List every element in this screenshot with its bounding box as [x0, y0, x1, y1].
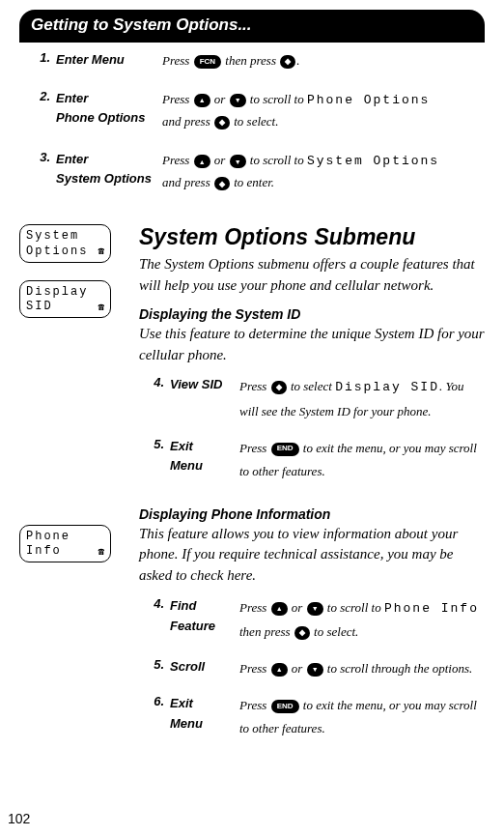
lcd-text: Display SID: [335, 380, 439, 394]
down-key-icon: [307, 663, 323, 677]
step-description: Press or to scroll through the options.: [239, 657, 485, 680]
step-number: 1.: [33, 50, 50, 72]
text: or: [211, 153, 229, 167]
step-row: 3. Enter System Options Press or to scro…: [33, 150, 471, 193]
text: Press: [239, 600, 270, 615]
text: to scroll through the options.: [324, 661, 473, 676]
lcd-text: Phone Info: [384, 601, 479, 616]
text: Feature: [170, 619, 215, 633]
text: to scroll to: [247, 92, 307, 106]
down-key-icon: [230, 155, 246, 168]
select-key-icon: [271, 381, 287, 394]
select-key-icon: [294, 626, 310, 640]
step-label: View SID: [170, 375, 239, 422]
text: or: [289, 661, 306, 676]
step-row: 4. Find Feature Press or to scroll to Ph…: [145, 596, 485, 644]
lcd-line: SID: [26, 300, 104, 315]
text: to select: [288, 379, 335, 393]
procedure-panel: 1. Enter Menu Press FCN then press . 2. …: [19, 43, 485, 207]
text: Phone Options: [56, 110, 145, 125]
phone-icon: ☎: [98, 301, 104, 314]
text: to select.: [231, 114, 278, 129]
step-description: Press FCN then press .: [162, 50, 471, 72]
text: then press: [222, 53, 279, 68]
step-description: Press or to scroll to Phone Info then pr…: [239, 596, 485, 644]
lcd-line: Info: [26, 544, 104, 560]
step-list: 4. Find Feature Press or to scroll to Ph…: [139, 596, 485, 740]
text: Menu: [170, 716, 203, 731]
lcd-line: Display: [26, 285, 104, 301]
step-row: 2. Enter Phone Options Press or to scrol…: [33, 89, 471, 132]
step-number: 5.: [145, 437, 164, 483]
up-key-icon: [194, 94, 210, 107]
text: Press: [239, 441, 270, 455]
step-row: 5. Scroll Press or to scroll through the…: [145, 657, 485, 680]
text: Press: [162, 92, 193, 106]
text: System Options: [56, 171, 152, 186]
step-number: 3.: [33, 150, 50, 193]
text: Menu: [170, 458, 203, 473]
up-key-icon: [271, 663, 288, 677]
procedure-title: Getting to System Options...: [31, 15, 252, 34]
text: .: [296, 53, 299, 68]
step-description: Press END to exit the menu, or you may s…: [239, 437, 485, 483]
step-number: 6.: [145, 694, 164, 740]
text: Press: [239, 698, 270, 712]
page-number: 102: [8, 811, 30, 826]
text: Press: [162, 153, 193, 167]
step-number: 4.: [145, 596, 164, 644]
step-row: 5. Exit Menu Press END to exit the menu,…: [145, 437, 485, 483]
lcd-display-icon: System Options ☎: [19, 224, 111, 262]
end-key-icon: END: [271, 700, 299, 713]
step-description: Press to select Display SID. You will se…: [239, 375, 485, 422]
up-key-icon: [271, 602, 288, 616]
phone-icon: ☎: [98, 545, 104, 559]
section-paragraph: This feature allows you to view informat…: [139, 524, 485, 587]
fcn-key-icon: FCN: [194, 55, 221, 69]
step-description: Press END to exit the menu, or you may s…: [239, 694, 485, 740]
lcd-line: System: [26, 229, 104, 245]
text: to select.: [311, 624, 358, 639]
lcd-display-icon: Display SID ☎: [19, 280, 111, 318]
step-row: 6. Exit Menu Press END to exit the menu,…: [145, 694, 485, 740]
step-row: 1. Enter Menu Press FCN then press .: [33, 50, 471, 72]
text: then press: [239, 624, 294, 639]
step-label: Exit Menu: [170, 694, 239, 740]
step-label: Enter Phone Options: [56, 89, 162, 132]
step-label: Find Feature: [170, 596, 239, 644]
select-key-icon: [280, 55, 295, 69]
page-title: System Options Submenu: [139, 224, 485, 250]
sidebar: System Options ☎ Display SID ☎ Phone Inf…: [19, 224, 124, 754]
intro-paragraph: The System Options submenu offers a coup…: [139, 254, 485, 297]
end-key-icon: END: [271, 443, 299, 456]
text: Exit: [170, 439, 193, 453]
section-heading: Displaying the System ID: [139, 306, 485, 322]
step-row: 4. View SID Press to select Display SID.…: [145, 375, 485, 422]
lcd-text: Phone Options: [307, 93, 430, 107]
lcd-text: System Options: [307, 154, 439, 168]
text: or: [289, 600, 306, 615]
down-key-icon: [307, 602, 323, 616]
step-list: 4. View SID Press to select Display SID.…: [139, 375, 485, 482]
text: or: [211, 92, 229, 106]
main-columns: System Options ☎ Display SID ☎ Phone Inf…: [19, 224, 485, 754]
text: Press: [162, 53, 193, 68]
text: Find: [170, 598, 196, 613]
lcd-line: Phone: [26, 530, 104, 545]
section-heading: Displaying Phone Information: [139, 506, 485, 522]
select-key-icon: [214, 177, 230, 190]
procedure-header: Getting to System Options...: [19, 10, 485, 43]
step-label: Enter Menu: [56, 50, 162, 72]
text: Enter: [56, 152, 88, 166]
text: and press: [162, 114, 213, 129]
text: and press: [162, 175, 213, 189]
text: Enter: [56, 91, 88, 105]
text: to scroll to: [247, 153, 307, 167]
lcd-display-icon: Phone Info ☎: [19, 525, 111, 562]
step-description: Press or to scroll to System Options and…: [162, 150, 471, 193]
up-key-icon: [194, 155, 210, 168]
step-label: Exit Menu: [170, 437, 239, 483]
phone-icon: ☎: [98, 245, 104, 258]
content-area: System Options Submenu The System Option…: [139, 224, 485, 754]
text: Press: [239, 661, 270, 676]
